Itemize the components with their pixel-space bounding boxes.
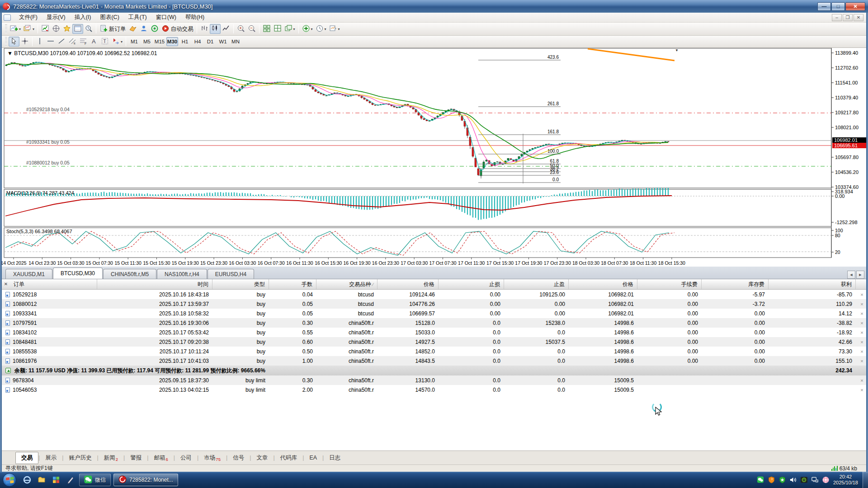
menu-item-5[interactable]: 窗口(W) <box>151 13 181 22</box>
column-header-9[interactable]: 手续费 <box>637 279 702 289</box>
column-header-1[interactable]: 时间 <box>97 279 212 289</box>
timeframe-h1-button[interactable]: H1 <box>179 37 191 46</box>
pending-order-row[interactable]: 105460532025.10.13 04:02:15buy limit2.00… <box>2 385 866 394</box>
column-header-2[interactable]: 类型 <box>212 279 269 289</box>
trendline-tool-button[interactable] <box>56 37 67 47</box>
chart-tab-nas100ft-r-h4[interactable]: NAS100ft.r,H4 <box>157 269 207 279</box>
zoom-in-button[interactable] <box>236 24 246 34</box>
menu-item-4[interactable]: 工具(T) <box>124 13 151 22</box>
menu-item-0[interactable]: 文件(F) <box>14 13 42 22</box>
chart-tab-eurusd-h4[interactable]: EURUSD,H4 <box>208 269 254 279</box>
child-restore-button[interactable]: ❐ <box>843 14 853 21</box>
position-row[interactable]: 108555382025.10.17 10:11:24buy0.50china5… <box>2 347 866 356</box>
terminal-tab-7[interactable]: 市场75 <box>198 452 226 464</box>
child-close-button[interactable]: ✕ <box>854 14 863 21</box>
taskbar-app-mt4[interactable]: 7285822: Monet... <box>113 474 178 486</box>
community-button[interactable] <box>138 24 149 34</box>
line-chart-type-button[interactable] <box>221 24 231 34</box>
terminal-tab-11[interactable]: EA <box>304 453 322 463</box>
strategy-tester-button[interactable] <box>83 24 94 34</box>
column-header-4[interactable]: 交易品种∕ <box>316 279 377 289</box>
column-header-8[interactable]: 价格 <box>569 279 637 289</box>
timeframe-m30-button[interactable]: M30 <box>166 37 178 46</box>
scroll-right-icon[interactable]: ► <box>856 271 864 279</box>
show-desktop-button[interactable] <box>863 472 868 488</box>
position-row[interactable]: 107975912025.10.16 19:30:06buy0.30china5… <box>2 318 866 328</box>
terminal-tab-3[interactable]: 新闻2 <box>99 452 123 464</box>
media-app-taskbar-icon[interactable] <box>50 474 62 486</box>
timeframe-d1-button[interactable]: D1 <box>204 37 216 46</box>
position-row[interactable]: 108341022025.10.17 05:53:42buy0.55china5… <box>2 328 866 337</box>
new-chart-button[interactable]: ▾ <box>9 24 22 34</box>
metaeditor-button[interactable] <box>127 24 138 34</box>
fibo-tool-button[interactable]: F <box>78 37 89 47</box>
bar-chart-type-button[interactable] <box>199 24 210 34</box>
terminal-tab-12[interactable]: 日志 <box>324 452 346 464</box>
timeframe-m15-button[interactable]: M15 <box>154 37 165 46</box>
position-row[interactable]: 108800122025.10.17 13:59:37buy0.05btcusd… <box>2 299 866 309</box>
position-row[interactable]: 109333412025.10.18 10:58:32buy0.05btcusd… <box>2 309 866 318</box>
timeframe-mn-button[interactable]: MN <box>230 37 241 46</box>
terminal-close-icon[interactable]: ✕ <box>3 281 9 287</box>
terminal-tab-5[interactable]: 邮箱6 <box>149 452 174 464</box>
pending-order-row[interactable]: 96783042025.09.15 18:37:30buy limit0.30c… <box>2 375 866 385</box>
column-header-0[interactable]: 订单 <box>2 279 97 289</box>
tile-windows-button[interactable] <box>272 24 283 34</box>
column-header-10[interactable]: 库存费 <box>702 279 769 289</box>
chart-tab-xauusd-m1[interactable]: XAUUSD,M1 <box>5 269 52 279</box>
navigator-button[interactable] <box>61 24 72 34</box>
taskbar-app-wechat[interactable]: 微信 <box>79 474 111 486</box>
terminal-tab-8[interactable]: 信号 <box>227 452 250 464</box>
terminal-tab-2[interactable]: 账户历史 <box>64 452 97 464</box>
position-row[interactable]: 105292182025.10.16 18:43:18buy0.04btcusd… <box>2 290 866 299</box>
candle-chart-type-button[interactable] <box>210 24 221 34</box>
maximize-button[interactable]: □ <box>831 2 845 11</box>
price-chart[interactable]: #10529218 buy 0.04#10933341 buy 0.05#108… <box>2 48 866 267</box>
label-tool-button[interactable]: T <box>99 37 110 47</box>
antivirus-tray-icon[interactable] <box>778 476 786 484</box>
timeframe-h4-button[interactable]: H4 <box>192 37 203 46</box>
menu-item-2[interactable]: 插入(I) <box>70 13 96 22</box>
taskbar-clock[interactable]: 20:42 2025/10/18 <box>833 474 858 486</box>
terminal-tab-4[interactable]: 警报 <box>125 452 147 464</box>
explorer-folder-taskbar-icon[interactable] <box>36 474 47 486</box>
indicators-button[interactable]: ▾ <box>301 24 314 34</box>
wechat-tray-icon[interactable] <box>757 476 764 484</box>
child-minimize-button[interactable]: – <box>832 14 842 21</box>
column-header-3[interactable]: 手数 <box>269 279 316 289</box>
market-watch-button[interactable] <box>40 24 51 34</box>
terminal-panel-button[interactable] <box>72 24 83 34</box>
templates-button[interactable]: ▾ <box>328 24 341 34</box>
menu-item-3[interactable]: 图表(C) <box>95 13 123 22</box>
security-tray-icon[interactable] <box>768 476 775 484</box>
orders-table-header[interactable]: 订单时间类型手数交易品种∕价格止损止盈价格手续费库存费获利 <box>2 279 866 290</box>
cascade-windows-button[interactable]: ▾ <box>283 24 297 34</box>
menu-item-1[interactable]: 显示(V) <box>42 13 70 22</box>
volume-tray-icon[interactable] <box>789 476 797 484</box>
terminal-tab-1[interactable]: 展示 <box>40 452 62 464</box>
crosshair-tool-button[interactable] <box>19 37 30 47</box>
network-tray-icon[interactable] <box>811 476 819 484</box>
chart-canvas[interactable]: #10529218 buy 0.04#10933341 buy 0.05#108… <box>0 48 868 267</box>
zoom-out-button[interactable] <box>246 24 257 34</box>
ie-taskbar-icon[interactable] <box>21 474 33 486</box>
pen-tool-taskbar-icon[interactable] <box>65 474 76 486</box>
column-header-5[interactable]: 价格 <box>377 279 439 289</box>
chart-tab-china50ft-r-m5[interactable]: CHINA50ft.r,M5 <box>103 269 156 279</box>
ime-tray-icon[interactable] <box>822 476 830 484</box>
terminal-tab-6[interactable]: 公司 <box>175 452 197 464</box>
terminal-tab-9[interactable]: 文章 <box>251 452 273 464</box>
arrows-tool-button[interactable]: ▾ <box>110 37 124 47</box>
arrange-windows-button[interactable] <box>261 24 272 34</box>
timeframe-m5-button[interactable]: M5 <box>141 37 153 46</box>
menu-item-6[interactable]: 帮助(H) <box>181 13 209 22</box>
scroll-left-icon[interactable]: ◄ <box>847 271 855 279</box>
profiles-button[interactable]: ▾ <box>22 24 36 34</box>
new-order-button[interactable]: 新订单 <box>98 24 127 34</box>
column-header-6[interactable]: 止损 <box>439 279 504 289</box>
position-row[interactable]: 108484812025.10.17 09:20:38buy0.60china5… <box>2 337 866 347</box>
channel-tool-button[interactable]: E <box>67 37 78 47</box>
text-tool-button[interactable]: A <box>89 37 99 47</box>
signals-button[interactable] <box>149 24 160 34</box>
timeframe-m1-button[interactable]: M1 <box>128 37 140 46</box>
